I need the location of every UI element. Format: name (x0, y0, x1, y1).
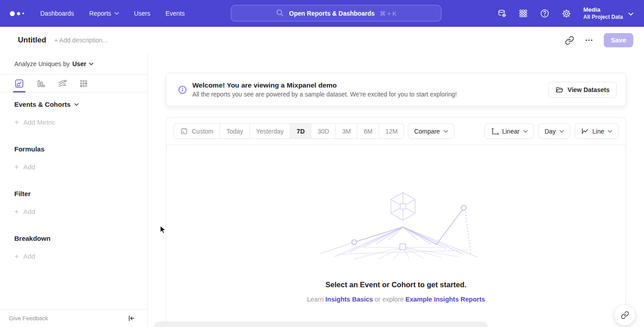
range-7d[interactable]: 7D (290, 124, 311, 138)
range-3m[interactable]: 3M (335, 124, 357, 138)
collapse-sidebar-icon[interactable] (127, 314, 135, 322)
chevron-down-icon (89, 63, 93, 65)
apps-grid-icon[interactable] (518, 8, 529, 19)
give-feedback-link[interactable]: Give Feedback (9, 315, 48, 322)
range-today[interactable]: Today (220, 124, 249, 138)
action-label: Add (23, 163, 35, 172)
retention-grid-tab-icon (79, 79, 89, 88)
view-datasets-button[interactable]: View Datasets (548, 82, 617, 98)
chart-card: Custom Today Yesterday 7D 30D 3M 6M 12M … (166, 117, 626, 327)
plus-icon: + (14, 252, 19, 261)
nav-right-group: Media All Project Data (486, 0, 644, 27)
report-title[interactable]: Untitled (18, 36, 46, 45)
folder-icon (555, 86, 564, 94)
add-formula-button[interactable]: + Add (14, 163, 133, 172)
sidebar-footer: Give Feedback (0, 309, 147, 327)
main-layout: Analyze Uniques by User (0, 54, 644, 327)
chart-type-dropdown[interactable]: Line (575, 123, 619, 139)
nav-item-dashboards[interactable]: Dashboards (40, 10, 74, 17)
nav-item-label: Users (134, 10, 151, 17)
action-label: Add Metric (23, 118, 55, 127)
tab-flows[interactable] (56, 75, 68, 92)
nav-item-reports[interactable]: Reports (89, 10, 119, 17)
range-label: Custom (192, 128, 213, 135)
banner-text: Welcome! You are viewing a Mixpanel demo… (192, 81, 548, 98)
tab-retention-grid[interactable] (78, 75, 89, 92)
section-filter: Filter (14, 189, 133, 198)
plus-icon: + (14, 118, 19, 127)
tab-bar-chart[interactable] (35, 75, 47, 92)
data-management-icon[interactable] (496, 8, 507, 19)
range-label: 7D (297, 128, 305, 135)
empty-state: Select an Event or Cohort to get started… (166, 145, 626, 303)
learn-text: Learn (307, 296, 325, 303)
mixpanel-insights-page: Dashboards Reports Users Events Open Rep… (0, 0, 644, 327)
chart-type-tabs (0, 75, 147, 92)
explore-text: or explore (373, 296, 406, 303)
banner-title: Welcome! You are viewing a Mixpanel demo (192, 81, 548, 89)
chart-type-label: Line (593, 128, 604, 135)
range-30d[interactable]: 30D (311, 124, 335, 138)
project-name: Media (583, 6, 623, 14)
nav-item-users[interactable]: Users (134, 10, 151, 17)
range-label: 12M (386, 128, 398, 135)
copy-link-icon[interactable] (564, 35, 574, 45)
mixpanel-logo-icon[interactable] (10, 11, 24, 16)
empty-state-illustration (311, 190, 481, 259)
plus-icon: + (14, 163, 19, 172)
save-button[interactable]: Save (604, 33, 633, 47)
add-breakdown-button[interactable]: + Add (14, 252, 133, 261)
link-icon (621, 311, 629, 319)
add-metric-button[interactable]: + Add Metric (14, 118, 133, 127)
report-content-area: Welcome! You are viewing a Mixpanel demo… (148, 54, 644, 327)
section-title: Events & Cohorts (14, 100, 71, 109)
example-insights-reports-link[interactable]: Example Insights Reports (405, 296, 485, 303)
date-range-segmented-control: Custom Today Yesterday 7D 30D 3M 6M 12M (174, 123, 404, 139)
share-link-fab[interactable] (614, 304, 636, 326)
search-placeholder: Open Reports & Dashboards (289, 10, 374, 17)
line-chart-tab-icon (14, 79, 24, 88)
scale-label: Linear (502, 128, 520, 135)
nav-item-label: Dashboards (40, 10, 74, 17)
compare-label: Compare (414, 128, 440, 135)
insights-basics-link[interactable]: Insights Basics (326, 296, 373, 303)
range-custom[interactable]: Custom (174, 124, 220, 138)
range-12m[interactable]: 12M (379, 124, 404, 138)
chevron-down-icon (559, 130, 564, 133)
empty-state-title: Select an Event or Cohort to get started… (326, 281, 466, 289)
more-options-icon[interactable] (584, 35, 594, 45)
scale-dropdown[interactable]: Linear (484, 123, 534, 139)
bar-chart-tab-icon (36, 79, 46, 88)
analyze-value-dropdown[interactable]: User (72, 60, 93, 67)
range-label: 30D (318, 128, 329, 135)
range-6m[interactable]: 6M (357, 124, 378, 138)
search-shortcut: ⌘ + K (380, 10, 397, 17)
chevron-down-icon (114, 12, 119, 15)
banner-subtitle: All the reports you see are powered by a… (192, 91, 548, 98)
report-header: Untitled + Add description... Save (0, 27, 644, 54)
chart-controls-bar: Custom Today Yesterday 7D 30D 3M 6M 12M … (166, 117, 626, 145)
project-subtitle: All Project Data (583, 14, 623, 21)
report-description-input[interactable]: + Add description... (54, 37, 555, 44)
section-events-cohorts[interactable]: Events & Cohorts (14, 100, 133, 109)
global-search-bar[interactable]: Open Reports & Dashboards ⌘ + K (231, 5, 441, 21)
help-icon[interactable] (539, 8, 550, 19)
nav-item-events[interactable]: Events (165, 10, 185, 17)
compare-button[interactable]: Compare (408, 123, 454, 139)
interval-label: Day (545, 128, 556, 135)
chevron-down-icon (523, 130, 528, 133)
settings-gear-icon[interactable] (561, 8, 572, 19)
nav-left-group: Dashboards Reports Users Events (0, 10, 200, 17)
tab-insights-line-chart[interactable] (13, 75, 25, 92)
line-chart-icon (581, 127, 589, 135)
range-label: 6M (364, 128, 372, 135)
section-title: Breakdown (14, 234, 51, 243)
range-label: Today (226, 128, 243, 135)
chevron-down-icon[interactable] (628, 9, 633, 17)
range-yesterday[interactable]: Yesterday (250, 124, 290, 138)
project-switcher[interactable]: Media All Project Data (583, 6, 623, 21)
interval-dropdown[interactable]: Day (538, 123, 570, 139)
bottom-sheet-peek[interactable] (154, 322, 487, 327)
chevron-down-icon (444, 130, 448, 133)
add-filter-button[interactable]: + Add (14, 207, 133, 216)
